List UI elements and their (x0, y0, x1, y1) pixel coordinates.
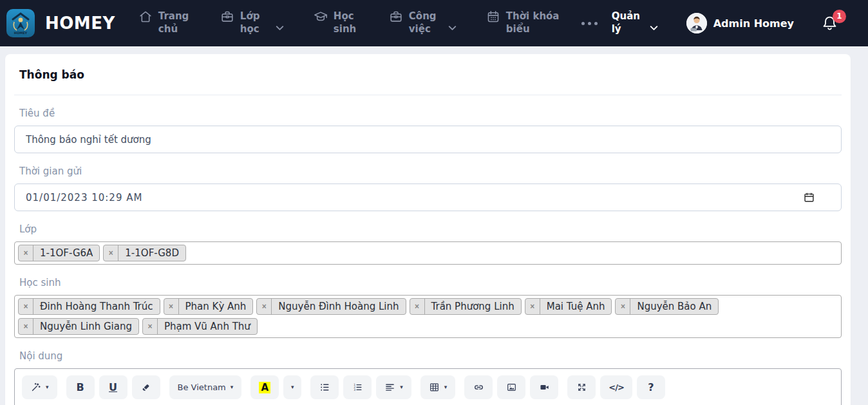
video-icon (539, 382, 550, 393)
nav-item-lop-hoc[interactable]: Lớp học (220, 0, 285, 46)
font-family-dropdown-button[interactable]: Be Vietnam ▾ (169, 375, 242, 399)
student-tag: × Mai Tuệ Anh (525, 298, 612, 315)
student-tag: × Nguyễn Bảo An (615, 298, 719, 315)
student-tag: × Phan Kỳ Anh (164, 298, 254, 315)
editor-toolbar: ▾ B U Be Vietnam ▾ A (15, 369, 841, 405)
style-dropdown-button[interactable]: ▾ (22, 375, 57, 399)
underline-button[interactable]: U (99, 375, 127, 399)
homey-logo-icon[interactable]: HOMEY (6, 9, 35, 37)
bold-button[interactable]: B (66, 375, 95, 399)
table-dropdown-button[interactable]: ▾ (420, 375, 456, 399)
class-tag-label: 1-1OF-G6A (33, 245, 99, 261)
nav-item-thoi-khoa-bieu[interactable]: Thời khóa biểu (486, 0, 560, 46)
fullscreen-arrows-icon (576, 382, 587, 393)
calendar-icon (486, 10, 500, 24)
home-icon (138, 10, 153, 24)
send-time-field-label: Thời gian gửi (19, 165, 836, 177)
class-tag: × 1-1OF-G8D (103, 245, 186, 261)
send-time-input[interactable] (14, 184, 842, 211)
send-time-field (14, 184, 842, 211)
student-tag-label: Nguyễn Bảo An (630, 299, 718, 314)
students-multiselect[interactable]: × Đinh Hoàng Thanh Trúc × Phan Kỳ Anh × … (14, 295, 842, 338)
notification-badge: 1 (833, 10, 846, 23)
chevron-down-icon (447, 23, 458, 33)
caret-down-icon: ▾ (291, 384, 294, 390)
student-tag-label: Trần Phương Linh (425, 299, 521, 314)
nav-item-cong-viec[interactable]: Công việc (389, 0, 458, 46)
classes-field-label: Lớp (19, 223, 836, 235)
remove-tag-button[interactable]: × (104, 245, 118, 261)
notification-form-card: Thông báo Tiêu đề Thời gian gửi Lớp × 1-… (5, 54, 851, 405)
ordered-list-button[interactable]: 123 (343, 375, 372, 399)
briefcase-icon (220, 10, 234, 24)
nav-label: Công việc (409, 10, 439, 36)
remove-tag-button[interactable]: × (143, 319, 158, 334)
caret-down-icon: ▾ (231, 384, 234, 390)
student-tag-label: Nguyễn Linh Giang (33, 319, 138, 334)
svg-text:HOMEY: HOMEY (14, 31, 28, 35)
title-input[interactable] (14, 126, 842, 153)
font-color-button[interactable]: A (250, 375, 279, 399)
fontname-group: Be Vietnam ▾ (169, 375, 242, 399)
calendar-picker-icon[interactable] (804, 192, 815, 203)
briefcase-icon (389, 10, 403, 24)
nav-item-trang-chu[interactable]: Trang chủ (138, 0, 192, 46)
remove-tag-button[interactable]: × (410, 299, 425, 314)
notifications-button[interactable]: 1 (821, 15, 838, 32)
classes-multiselect[interactable]: × 1-1OF-G6A × 1-1OF-G8D (14, 241, 842, 265)
font-color-dropdown-button[interactable]: ▾ (283, 375, 301, 399)
unordered-list-icon (319, 382, 330, 393)
nav-item-quan-ly[interactable]: Quản lý (612, 0, 659, 46)
picture-icon (506, 382, 517, 393)
magic-wand-icon (30, 382, 41, 393)
nav-label: Trang chủ (158, 10, 192, 36)
remove-tag-button[interactable]: × (257, 299, 272, 314)
ellipsis-icon[interactable] (581, 22, 598, 25)
navbar: HOMEY HOMEY Trang chủ Lớp học Học sinh C… (0, 0, 868, 46)
page-title: Thông báo (14, 68, 842, 81)
student-tag: × Đinh Hoàng Thanh Trúc (18, 298, 160, 315)
caret-down-icon: ▾ (400, 384, 403, 390)
user-menu[interactable]: Admin Homey (686, 13, 794, 33)
remove-tag-button[interactable]: × (525, 299, 540, 314)
remove-tag-button[interactable]: × (19, 299, 33, 314)
brand-name[interactable]: HOMEY (45, 14, 115, 33)
font-style-group: B U (66, 375, 160, 399)
chevron-down-icon (274, 23, 285, 33)
students-field-label: Học sinh (19, 277, 836, 288)
misc-group: </> ? (567, 375, 665, 399)
chevron-down-icon (648, 23, 659, 33)
code-view-button[interactable]: </> (600, 375, 632, 399)
nav-item-hoc-sinh[interactable]: Học sinh (314, 0, 361, 46)
insert-picture-button[interactable] (497, 375, 525, 399)
remove-tag-button[interactable]: × (616, 299, 630, 314)
ordered-list-icon: 123 (352, 382, 363, 393)
font-family-value: Be Vietnam (178, 382, 226, 392)
nav-label: Lớp học (240, 10, 266, 36)
remove-tag-button[interactable]: × (19, 319, 33, 334)
paragraph-align-dropdown-button[interactable]: ▾ (376, 375, 411, 399)
color-swatch-letter: A (259, 382, 270, 393)
insert-video-button[interactable] (530, 375, 558, 399)
main-nav: Trang chủ Lớp học Học sinh Công việc Thờ… (138, 0, 560, 46)
insert-link-button[interactable] (464, 375, 493, 399)
graduation-cap-icon (314, 10, 328, 24)
eraser-button[interactable] (132, 375, 160, 399)
caret-down-icon: ▾ (46, 384, 49, 390)
student-tag: × Nguyễn Đình Hoàng Linh (256, 298, 406, 315)
nav-label: Thời khóa biểu (506, 10, 560, 36)
unordered-list-button[interactable] (310, 375, 339, 399)
student-tag-label: Mai Tuệ Anh (540, 299, 612, 314)
richtext-editor: ▾ B U Be Vietnam ▾ A (14, 368, 842, 405)
fullscreen-button[interactable] (567, 375, 596, 399)
link-icon (473, 382, 484, 393)
remove-tag-button[interactable]: × (164, 299, 179, 314)
navbar-right: Quản lý Admin Homey 1 (581, 0, 838, 46)
paragraph-group: 123 ▾ (310, 375, 411, 399)
help-button[interactable]: ? (637, 375, 665, 399)
remove-tag-button[interactable]: × (19, 245, 33, 261)
table-group: ▾ (420, 375, 456, 399)
divider (14, 95, 842, 95)
class-tag-label: 1-1OF-G8D (118, 245, 185, 261)
student-tag: × Nguyễn Linh Giang (18, 318, 139, 335)
